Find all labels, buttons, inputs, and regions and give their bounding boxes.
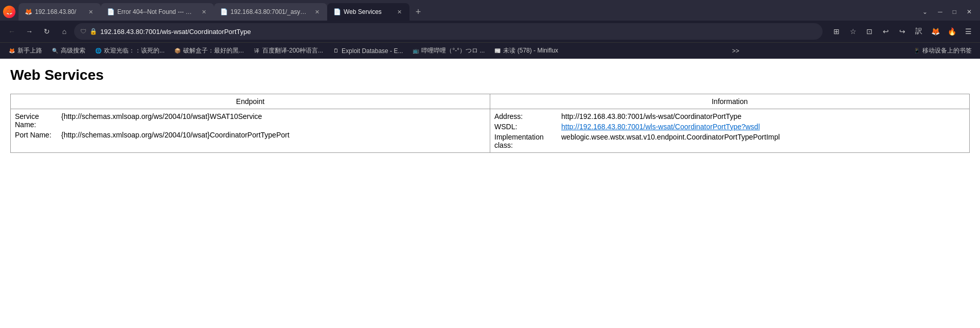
bookmark-label-1: 新手上路 — [17, 46, 42, 55]
back-button[interactable]: ← — [4, 24, 20, 39]
new-tab-button[interactable]: + — [409, 3, 427, 21]
address-value: http://192.168.43.80:7001/wls-wsat/Coord… — [561, 112, 965, 120]
bookmark-gaojisousuo[interactable]: 🔍 高级搜索 — [47, 45, 90, 57]
bookmark-icon-2: 🔍 — [51, 47, 59, 55]
bookmark-label-9: 移动设备上的书签 — [922, 46, 972, 55]
bookmark-label-4: 破解盒子：最好的黑... — [183, 46, 244, 55]
bookmark-baidu-translate[interactable]: 译 百度翻译-200种语言... — [249, 45, 327, 57]
reload-button[interactable]: ↻ — [39, 24, 55, 39]
web-services-table: Endpoint Information Service Name: {http… — [10, 94, 970, 153]
page-content: Web Services Endpoint Information Servic… — [0, 59, 980, 265]
firefox-icon: 🦊 — [3, 6, 15, 18]
bookmark-label-5: 百度翻译-200种语言... — [262, 46, 323, 55]
tab-1[interactable]: 🦊 192.168.43.80/ ✕ — [19, 3, 101, 21]
browser-chrome: 🦊 🦊 192.168.43.80/ ✕ 📄 Error 404--Not Fo… — [0, 0, 980, 59]
tab-2-title: Error 404--Not Found --- 错误 40 — [117, 8, 197, 16]
fire-icon[interactable]: 🔥 — [944, 24, 959, 39]
tab-4-favicon: 📄 — [333, 8, 341, 15]
service-name-label: Service Name: — [15, 112, 61, 129]
toolbar-right: ⊞ ☆ ⊡ ↩ ↪ 訳 🦊 🔥 ☰ — [829, 24, 976, 39]
tab-1-favicon: 🦊 — [25, 8, 32, 15]
bookmark-xinshoushanlu[interactable]: 🦊 新手上路 — [4, 45, 46, 57]
tab-2-close[interactable]: ✕ — [200, 8, 208, 16]
bookmark-icon-8: 📰 — [494, 47, 501, 55]
bookmark-icon-3: 🌐 — [95, 47, 102, 55]
information-header: Information — [490, 94, 970, 109]
tab-1-title: 192.168.43.80/ — [35, 8, 83, 15]
bookmarks-bar: 🦊 新手上路 🔍 高级搜索 🌐 欢迎光临：：该死的... 📦 破解盒子：最好的黑… — [0, 42, 980, 59]
bookmark-pojie[interactable]: 📦 破解盒子：最好的黑... — [170, 45, 248, 57]
tab-1-close[interactable]: ✕ — [86, 8, 95, 16]
tab-2[interactable]: 📄 Error 404--Not Found --- 错误 40 ✕ — [101, 3, 214, 21]
bookmark-label-6: Exploit Database - E... — [342, 47, 403, 55]
bookmark-label-8: 未读 (578) - Miniflux — [503, 46, 558, 55]
bookmark-label-3: 欢迎光临：：该死的... — [104, 46, 165, 55]
menu-icon[interactable]: ☰ — [960, 24, 976, 39]
endpoint-cell: Service Name: {http://schemas.xmlsoap.or… — [11, 109, 490, 153]
port-name-value: {http://schemas.xmlsoap.org/ws/2004/10/w… — [61, 131, 486, 139]
bookmark-icon-1: 🦊 — [8, 47, 15, 55]
bookmark-icon-7: 📺 — [412, 47, 419, 55]
wsdl-link[interactable]: http://192.168.43.80:7001/wls-wsat/Coord… — [561, 123, 760, 131]
bookmark-icon-6: 🗒 — [332, 47, 340, 55]
address-bar-container[interactable]: 🛡 🔒 — [74, 23, 823, 40]
tab-3-close[interactable]: ✕ — [313, 8, 321, 16]
port-name-label: Port Name: — [15, 131, 61, 139]
maximize-button[interactable]: □ — [949, 6, 960, 18]
tab-4-close[interactable]: ✕ — [395, 8, 403, 16]
bookmark-label-7: 哔哩哔哩（°-°）つロ ... — [421, 46, 485, 55]
table-row: Service Name: {http://schemas.xmlsoap.or… — [11, 109, 970, 153]
toolbar: ← → ↻ ⌂ 🛡 🔒 ⊞ ☆ ⊡ ↩ ↪ 訳 🦊 🔥 ☰ — [0, 21, 980, 42]
wsdl-link-container: http://192.168.43.80:7001/wls-wsat/Coord… — [561, 123, 965, 131]
tab-3-favicon: 📄 — [220, 8, 227, 15]
shield-icon: 🛡 — [80, 28, 86, 35]
bookmark-icon-4: 📦 — [174, 47, 181, 55]
bookmarks-more-button[interactable]: >> — [728, 46, 743, 56]
bookmark-bilibili[interactable]: 📺 哔哩哔哩（°-°）つロ ... — [408, 45, 489, 57]
tab-4-title: Web Services — [344, 8, 392, 15]
page-title: Web Services — [10, 67, 970, 83]
firefox-account-icon[interactable]: 🦊 — [928, 24, 943, 39]
bookmark-mobile[interactable]: 📱 移动设备上的书签 — [909, 45, 976, 57]
close-window-button[interactable]: ✕ — [963, 6, 976, 18]
lock-icon: 🔒 — [90, 28, 97, 35]
impl-label: Implementation class: — [494, 133, 561, 149]
screenshot-icon[interactable]: ⊡ — [862, 24, 877, 39]
bookmark-miniflux[interactable]: 📰 未读 (578) - Miniflux — [490, 45, 562, 57]
bookmark-icon-9: 📱 — [913, 47, 920, 55]
wsdl-label: WSDL: — [494, 123, 561, 131]
bookmark-label-2: 高级搜索 — [61, 46, 85, 55]
home-button[interactable]: ⌂ — [57, 24, 72, 39]
forward-icon2[interactable]: ↪ — [895, 24, 910, 39]
tab-2-favicon: 📄 — [107, 8, 114, 15]
minimize-button[interactable]: ─ — [934, 6, 947, 18]
address-bar-input[interactable] — [100, 28, 816, 36]
bookmark-huanyingguanglim[interactable]: 🌐 欢迎光临：：该死的... — [91, 45, 169, 57]
tab-4[interactable]: 📄 Web Services ✕ — [327, 3, 409, 21]
tab-3-title: 192.168.43.80:7001/_async/Asyn — [230, 8, 310, 15]
tab-controls: ⌄ ─ □ ✕ — [918, 3, 980, 21]
impl-value: weblogic.wsee.wstx.wsat.v10.endpoint.Coo… — [561, 133, 965, 141]
tab-3[interactable]: 📄 192.168.43.80:7001/_async/Asyn ✕ — [214, 3, 327, 21]
tab-list-button[interactable]: ⌄ — [918, 6, 932, 18]
search-icon[interactable]: ⊞ — [829, 24, 844, 39]
bookmark-exploit-db[interactable]: 🗒 Exploit Database - E... — [328, 46, 407, 56]
translate-icon[interactable]: 訳 — [911, 24, 926, 39]
information-cell: Address: http://192.168.43.80:7001/wls-w… — [490, 109, 970, 153]
endpoint-header: Endpoint — [11, 94, 490, 109]
address-label: Address: — [494, 112, 561, 120]
tab-bar: 🦊 🦊 192.168.43.80/ ✕ 📄 Error 404--Not Fo… — [0, 0, 980, 21]
forward-button[interactable]: → — [22, 24, 37, 39]
bookmark-icon-5: 译 — [253, 47, 260, 55]
back-icon2[interactable]: ↩ — [878, 24, 894, 39]
service-name-value: {http://schemas.xmlsoap.org/ws/2004/10/w… — [61, 112, 486, 129]
bookmark-star-icon[interactable]: ☆ — [845, 24, 861, 39]
